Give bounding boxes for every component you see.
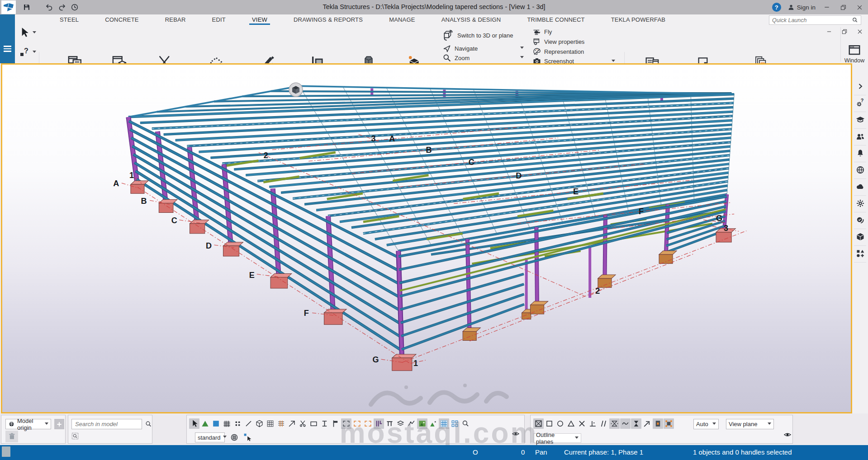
search-go-icon[interactable] (144, 420, 152, 428)
status-corner-chip[interactable] (2, 446, 10, 457)
select-phase-icon[interactable] (374, 418, 384, 429)
tab-concrete[interactable]: CONCRETE (102, 14, 142, 25)
select-assembly-icon[interactable] (341, 418, 351, 429)
select-filter-square-icon[interactable] (211, 418, 221, 429)
select-pole-icon[interactable] (330, 418, 341, 429)
select-profile-icon[interactable] (319, 418, 330, 429)
snap-box-x-icon[interactable] (533, 418, 544, 429)
select-cut-icon[interactable] (298, 418, 308, 429)
select-search-icon[interactable] (460, 418, 471, 429)
ribbon-item-fly[interactable]: Fly (533, 28, 552, 36)
tab-trimble-connect[interactable]: TRIMBLE CONNECT (524, 14, 587, 25)
select-grid-fine-icon[interactable] (265, 418, 275, 429)
components-icon[interactable] (854, 248, 866, 259)
tab-tekla-powerfab[interactable]: TEKLA POWERFAB (608, 14, 669, 25)
snap-circle-icon[interactable] (555, 418, 565, 429)
online-services-icon[interactable] (854, 164, 866, 176)
help-button[interactable]: ? (772, 3, 781, 12)
snap-handles-icon[interactable] (664, 418, 674, 429)
notifications-icon[interactable] (854, 147, 866, 159)
tab-manage[interactable]: MANAGE (386, 14, 418, 25)
add-point-button[interactable] (54, 419, 64, 429)
select-cursor-icon[interactable] (189, 418, 199, 429)
community-icon[interactable] (854, 131, 866, 142)
tab-rebar[interactable]: REBAR (162, 14, 189, 25)
select-jump-icon[interactable] (287, 418, 297, 429)
snap-arrow-icon[interactable] (642, 418, 652, 429)
grid-label-C: C (171, 216, 177, 225)
cloud-icon[interactable] (854, 181, 866, 192)
view-plane-dropdown[interactable]: View plane (726, 419, 774, 429)
select-objects-icon[interactable] (254, 418, 265, 429)
ribbon-item-navigate[interactable]: Navigate (442, 44, 478, 53)
ribbon-item-switch-3d[interactable]: Switch to 3D or plane (442, 29, 513, 41)
ribbon-item-view-properties[interactable]: View properties (533, 38, 584, 46)
inner-minimize-button[interactable] (826, 28, 834, 37)
select-filter-triangle-icon[interactable] (200, 418, 210, 429)
settings-question-icon[interactable]: ? (854, 97, 866, 109)
snap-hourglass-points-icon[interactable] (609, 418, 620, 429)
context-help-button[interactable]: ? (19, 47, 36, 57)
select-triangle-point-icon[interactable] (428, 418, 438, 429)
ribbon-item-representation[interactable]: Representation (533, 47, 584, 56)
model-3d-view[interactable]: A1BCDEFG13ABCDEFG322 (1, 63, 852, 413)
tab-drawings-reports[interactable]: DRAWINGS & REPORTS (291, 14, 365, 25)
model-box-icon[interactable] (854, 231, 866, 243)
minimize-button[interactable] (822, 2, 832, 12)
select-line-icon[interactable] (243, 418, 254, 429)
menu-icon[interactable] (4, 44, 11, 53)
select-frame-icon[interactable] (384, 418, 395, 429)
selection-mode-dropdown[interactable]: standard (195, 432, 225, 442)
task-status-icon[interactable] (854, 214, 866, 226)
select-detail-icon[interactable] (363, 418, 373, 429)
education-icon[interactable] (854, 114, 866, 126)
selection-visibility-eye-icon[interactable] (511, 429, 521, 439)
grid-label-1: 1 (129, 171, 134, 180)
snap-x-icon[interactable] (577, 418, 587, 429)
select-grid-blue2-icon[interactable] (450, 418, 460, 429)
inner-close-button[interactable] (857, 28, 865, 37)
sign-in-button[interactable]: Sign in (787, 4, 816, 11)
select-points-icon[interactable] (232, 418, 243, 429)
snap-perpendicular-icon[interactable] (588, 418, 598, 429)
snap-hourglass-icon[interactable] (631, 418, 641, 429)
select-grid-icon[interactable] (222, 418, 232, 429)
select-grid-blue-icon[interactable] (439, 418, 449, 429)
tab-view[interactable]: VIEW (249, 14, 270, 25)
tab-steel[interactable]: STEEL (57, 14, 81, 25)
snap-parallel-icon[interactable] (598, 418, 609, 429)
tab-edit[interactable]: EDIT (209, 14, 228, 25)
close-button[interactable] (854, 2, 864, 12)
point-snap-icon[interactable] (243, 432, 253, 442)
snap-settings-icon[interactable] (229, 432, 239, 442)
select-layers-icon[interactable] (395, 418, 406, 429)
model-search-box[interactable] (71, 419, 142, 429)
inner-restore-button[interactable] (841, 28, 849, 37)
select-drawing-icon[interactable] (417, 418, 427, 429)
delete-button[interactable] (5, 431, 18, 442)
select-area-icon[interactable] (308, 418, 319, 429)
select-polyline-icon[interactable] (406, 418, 417, 429)
outline-planes-dropdown[interactable]: Outline planes (533, 433, 581, 443)
snap-triangle-icon[interactable] (566, 418, 576, 429)
select-tool-button[interactable] (18, 27, 36, 38)
snap-visibility-eye-icon[interactable] (783, 430, 792, 440)
view-cube[interactable] (289, 83, 303, 96)
snap-auto-dropdown[interactable]: Auto (693, 419, 719, 429)
snap-wave-icon[interactable] (620, 418, 631, 429)
model-origin-dropdown[interactable]: Model origin (5, 419, 51, 429)
settings-icon[interactable] (854, 197, 866, 209)
ribbon-item-zoom-magnifier[interactable]: Zoom (442, 53, 470, 62)
select-connection-icon[interactable] (352, 418, 362, 429)
origin-globe-icon (8, 421, 15, 427)
restore-button[interactable] (838, 2, 848, 12)
expand-panel-icon[interactable] (854, 80, 866, 92)
tab-analysis-design[interactable]: ANALYSIS & DESIGN (439, 14, 504, 25)
quick-launch-search[interactable] (769, 15, 861, 25)
snap-square-icon[interactable] (544, 418, 555, 429)
title-bar: Tekla Structures - D:\Tekla Projects\Mod… (0, 0, 868, 14)
quick-launch-input[interactable] (769, 17, 852, 23)
snap-reference-icon[interactable] (653, 418, 663, 429)
select-grid-planes-icon[interactable] (276, 418, 286, 429)
search-area-icon[interactable] (71, 432, 79, 440)
